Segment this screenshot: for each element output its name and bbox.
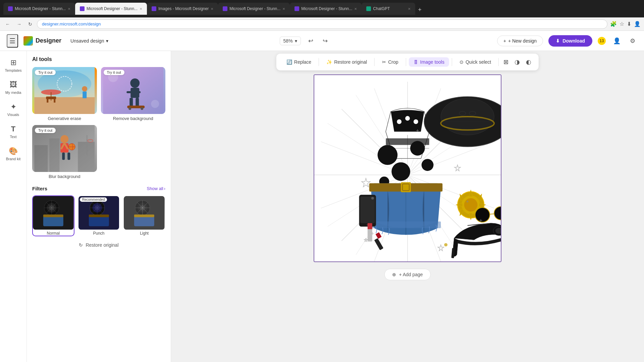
- canvas-frame: [314, 74, 501, 262]
- hamburger-button[interactable]: ☰: [7, 34, 18, 48]
- restore-icon: ↻: [79, 242, 83, 248]
- normal-filter-label: Normal: [33, 231, 74, 236]
- back-button[interactable]: ←: [3, 20, 12, 28]
- tool-card-generative-erase[interactable]: Try it out: [32, 67, 97, 121]
- redo-button[interactable]: ↪: [321, 35, 330, 47]
- sidebar-item-templates[interactable]: ⊞ Templates: [1, 55, 25, 76]
- tab-close-chatgpt[interactable]: ✕: [408, 7, 411, 11]
- browser-tab-chatgpt[interactable]: ChatGPT ✕: [362, 3, 415, 15]
- punch-filter-label: Punch: [78, 231, 119, 236]
- add-page-icon: ⊕: [392, 272, 396, 277]
- tab-close-4[interactable]: ✕: [282, 7, 285, 11]
- replace-label: Replace: [294, 59, 311, 65]
- browser-tab-2[interactable]: Microsoft Designer - Stunn... ✕: [75, 3, 147, 15]
- filters-title: Filters: [32, 186, 47, 191]
- visuals-icon: ✦: [10, 103, 16, 111]
- more-tools-button-1[interactable]: ⊠: [501, 56, 511, 68]
- address-bar[interactable]: designer.microsoft.com/design: [37, 19, 607, 29]
- svg-point-109: [464, 198, 478, 212]
- restore-original-button[interactable]: ↻ Restore original: [32, 239, 165, 251]
- app-body: ⊞ Templates 🖼 My media ✦ Visuals T Text …: [0, 51, 644, 362]
- svg-point-22: [151, 100, 159, 108]
- coin-count: 13: [599, 39, 604, 43]
- tab-favicon-2: [80, 6, 85, 11]
- toolbar-divider-3: [406, 58, 406, 66]
- sidebar-item-text[interactable]: T Text: [1, 121, 25, 142]
- contrast-button[interactable]: ◐: [524, 56, 533, 68]
- svg-point-27: [60, 135, 68, 143]
- svg-rect-5: [46, 97, 56, 99]
- svg-line-120: [490, 214, 494, 214]
- filters-header: Filters Show all ›: [32, 186, 165, 191]
- show-all-link[interactable]: Show all ›: [147, 186, 165, 191]
- sidebar-item-my-media[interactable]: 🖼 My media: [1, 77, 25, 98]
- filter-card-punch[interactable]: Recommended: [78, 195, 120, 236]
- replace-icon: 🔄: [286, 59, 292, 65]
- favorites-icon[interactable]: ☆: [620, 21, 624, 27]
- sidebar-item-brand-kit[interactable]: 🎨 Brand kit: [1, 143, 25, 164]
- extensions-icon[interactable]: 🧩: [610, 21, 617, 27]
- browser-tab-5[interactable]: Microsoft Designer - Stunn... ✕: [290, 3, 362, 15]
- svg-rect-9: [83, 92, 87, 98]
- svg-rect-24: [34, 145, 48, 172]
- tab-close-3[interactable]: ✕: [211, 7, 213, 11]
- svg-rect-31: [62, 153, 65, 160]
- download-button[interactable]: ⬇ Download: [548, 35, 592, 47]
- new-tab-button[interactable]: +: [415, 5, 424, 15]
- svg-point-95: [410, 141, 425, 156]
- crop-button[interactable]: ✂ Crop: [377, 57, 403, 67]
- new-design-button[interactable]: + + New design: [497, 36, 543, 46]
- add-page-button[interactable]: ⊕ + Add page: [384, 269, 430, 280]
- tab-close-2[interactable]: ✕: [140, 7, 142, 11]
- filter-card-light[interactable]: Light: [123, 195, 165, 236]
- image-tools-button[interactable]: 🎛 Image tools: [409, 57, 449, 67]
- browser-tab-1[interactable]: Microsoft Designer - Stunn... ✕: [3, 3, 75, 15]
- show-all-chevron-icon: ›: [164, 186, 165, 191]
- quick-select-button[interactable]: ⊙ Quick select: [455, 57, 496, 67]
- remove-bg-label: Remove background: [101, 116, 166, 121]
- replace-button[interactable]: 🔄 Replace: [282, 57, 316, 67]
- more-tools-button-2[interactable]: ◑: [513, 56, 522, 68]
- try-it-badge-blur: Try it out: [35, 128, 56, 133]
- profile-icon[interactable]: 👤: [634, 21, 641, 27]
- browser-tab-3[interactable]: Images - Microsoft Designer ✕: [147, 3, 218, 15]
- undo-button[interactable]: ↩: [306, 35, 315, 47]
- tab-label-2: Microsoft Designer - Stunn...: [87, 6, 138, 11]
- share-button[interactable]: 👤: [611, 35, 623, 47]
- tab-label-chatgpt: ChatGPT: [373, 6, 390, 11]
- filter-light-preview: [124, 196, 165, 230]
- tab-close-1[interactable]: ✕: [68, 7, 70, 11]
- templates-icon: ⊞: [10, 58, 16, 67]
- profile-button[interactable]: ⚙: [628, 35, 637, 47]
- svg-rect-56: [89, 216, 109, 226]
- svg-rect-121: [368, 228, 372, 242]
- sidebar-item-visuals[interactable]: ✦ Visuals: [1, 99, 25, 120]
- tool-card-remove-bg[interactable]: Try it out: [101, 67, 166, 121]
- try-it-badge-remove-bg: Try it out: [104, 70, 124, 75]
- browser-tab-4[interactable]: Microsoft Designer - Stunn... ✕: [218, 3, 290, 15]
- svg-rect-25: [49, 138, 59, 172]
- downloads-icon[interactable]: ⬇: [627, 21, 631, 27]
- svg-point-19: [128, 107, 131, 110]
- svg-point-118: [475, 207, 490, 222]
- designer-logo-icon: [23, 36, 33, 46]
- coins-area: 13: [598, 37, 606, 45]
- tab-close-5[interactable]: ✕: [354, 7, 357, 11]
- tab-label-3: Images - Microsoft Designer: [158, 6, 209, 11]
- svg-rect-2: [34, 97, 95, 114]
- tab-favicon-chatgpt: [366, 6, 371, 11]
- forward-button[interactable]: →: [15, 20, 23, 28]
- restore-original-toolbar-button[interactable]: ✨ Restore original: [322, 57, 372, 67]
- try-it-badge-generative: Try it out: [35, 70, 56, 75]
- tab-label-4: Microsoft Designer - Stunn...: [229, 6, 280, 11]
- zoom-control[interactable]: 58% ▾: [280, 37, 301, 45]
- canvas-image: [314, 75, 501, 261]
- crop-label: Crop: [388, 59, 398, 65]
- tool-card-blur-bg[interactable]: Try it out: [32, 125, 97, 179]
- refresh-button[interactable]: ↻: [26, 20, 34, 28]
- filter-card-normal[interactable]: Normal: [32, 195, 74, 236]
- svg-rect-7: [54, 99, 55, 103]
- design-name-button[interactable]: Unsaved design ▾: [67, 37, 112, 45]
- tab-favicon-3: [152, 6, 156, 11]
- visuals-label: Visuals: [7, 113, 19, 117]
